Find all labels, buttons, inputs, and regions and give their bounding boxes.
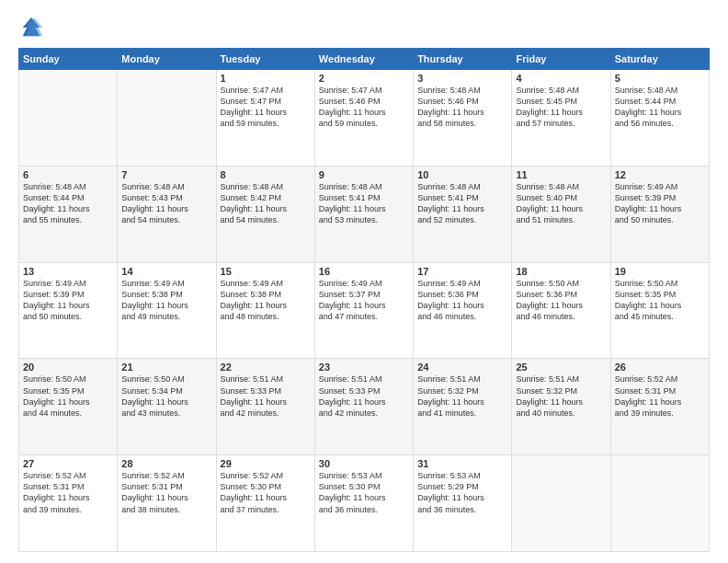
calendar-week-row: 20Sunrise: 5:50 AM Sunset: 5:35 PM Dayli… [19,359,710,455]
day-info: Sunrise: 5:50 AM Sunset: 5:35 PM Dayligh… [23,373,113,419]
day-info: Sunrise: 5:48 AM Sunset: 5:41 PM Dayligh… [319,181,409,226]
day-number: 24 [417,362,507,373]
calendar-cell: 3Sunrise: 5:48 AM Sunset: 5:46 PM Daylig… [414,70,512,167]
day-number: 11 [516,169,606,180]
calendar-cell: 7Sunrise: 5:48 AM Sunset: 5:43 PM Daylig… [118,166,216,262]
header [18,15,710,40]
day-info: Sunrise: 5:50 AM Sunset: 5:34 PM Dayligh… [121,373,211,419]
calendar-cell: 11Sunrise: 5:48 AM Sunset: 5:40 PM Dayli… [512,166,610,262]
calendar-cell: 31Sunrise: 5:53 AM Sunset: 5:29 PM Dayli… [414,455,512,552]
day-number: 5 [615,73,705,84]
calendar-table: SundayMondayTuesdayWednesdayThursdayFrid… [18,48,710,552]
day-number: 2 [319,73,409,84]
day-number: 13 [23,266,113,277]
calendar-week-row: 1Sunrise: 5:47 AM Sunset: 5:47 PM Daylig… [19,70,710,167]
day-number: 22 [221,362,311,373]
day-info: Sunrise: 5:50 AM Sunset: 5:36 PM Dayligh… [516,278,606,323]
calendar-cell: 8Sunrise: 5:48 AM Sunset: 5:42 PM Daylig… [216,166,314,262]
day-number: 25 [516,362,606,373]
day-info: Sunrise: 5:52 AM Sunset: 5:30 PM Dayligh… [221,470,311,515]
calendar-cell: 30Sunrise: 5:53 AM Sunset: 5:30 PM Dayli… [314,455,413,552]
day-number: 7 [121,169,211,180]
calendar-cell: 2Sunrise: 5:47 AM Sunset: 5:46 PM Daylig… [314,70,413,167]
day-number: 8 [221,169,311,180]
calendar-cell [118,70,216,167]
day-info: Sunrise: 5:53 AM Sunset: 5:29 PM Dayligh… [417,470,507,515]
day-info: Sunrise: 5:51 AM Sunset: 5:33 PM Dayligh… [221,373,311,419]
calendar-cell: 4Sunrise: 5:48 AM Sunset: 5:45 PM Daylig… [512,70,610,167]
day-number: 19 [615,266,705,277]
weekday-header-sunday: Sunday [19,49,118,70]
calendar-week-row: 27Sunrise: 5:52 AM Sunset: 5:31 PM Dayli… [19,455,710,552]
calendar-cell: 9Sunrise: 5:48 AM Sunset: 5:41 PM Daylig… [314,166,413,262]
calendar-header-row: SundayMondayTuesdayWednesdayThursdayFrid… [19,49,710,70]
calendar-cell: 26Sunrise: 5:52 AM Sunset: 5:31 PM Dayli… [610,359,709,455]
calendar-cell: 29Sunrise: 5:52 AM Sunset: 5:30 PM Dayli… [216,455,314,552]
day-number: 23 [319,362,409,373]
day-info: Sunrise: 5:48 AM Sunset: 5:44 PM Dayligh… [615,85,705,130]
logo-icon [18,15,44,40]
day-number: 18 [516,266,606,277]
calendar-cell: 20Sunrise: 5:50 AM Sunset: 5:35 PM Dayli… [19,359,118,455]
day-info: Sunrise: 5:49 AM Sunset: 5:37 PM Dayligh… [319,278,409,323]
calendar-cell: 1Sunrise: 5:47 AM Sunset: 5:47 PM Daylig… [216,70,314,167]
day-number: 15 [221,266,311,277]
calendar-cell [610,455,709,552]
day-number: 26 [615,362,705,373]
calendar-cell: 17Sunrise: 5:49 AM Sunset: 5:36 PM Dayli… [414,262,512,359]
day-number: 12 [615,169,705,180]
calendar-week-row: 13Sunrise: 5:49 AM Sunset: 5:39 PM Dayli… [19,262,710,359]
day-info: Sunrise: 5:51 AM Sunset: 5:32 PM Dayligh… [417,373,507,419]
day-number: 6 [23,169,113,180]
day-number: 29 [221,458,311,469]
day-info: Sunrise: 5:48 AM Sunset: 5:46 PM Dayligh… [417,85,507,130]
calendar-cell [512,455,610,552]
calendar-cell: 5Sunrise: 5:48 AM Sunset: 5:44 PM Daylig… [610,70,709,167]
weekday-header-wednesday: Wednesday [314,49,413,70]
day-number: 9 [319,169,409,180]
day-number: 16 [319,266,409,277]
calendar-week-row: 6Sunrise: 5:48 AM Sunset: 5:44 PM Daylig… [19,166,710,262]
calendar-cell: 18Sunrise: 5:50 AM Sunset: 5:36 PM Dayli… [512,262,610,359]
weekday-header-saturday: Saturday [610,49,709,70]
page: SundayMondayTuesdayWednesdayThursdayFrid… [0,0,728,563]
day-number: 4 [516,73,606,84]
weekday-header-tuesday: Tuesday [216,49,314,70]
calendar-cell: 24Sunrise: 5:51 AM Sunset: 5:32 PM Dayli… [414,359,512,455]
day-info: Sunrise: 5:51 AM Sunset: 5:32 PM Dayligh… [516,373,606,419]
weekday-header-monday: Monday [118,49,216,70]
day-info: Sunrise: 5:52 AM Sunset: 5:31 PM Dayligh… [615,373,705,419]
svg-marker-1 [26,17,43,36]
day-number: 27 [23,458,113,469]
calendar-cell: 6Sunrise: 5:48 AM Sunset: 5:44 PM Daylig… [19,166,118,262]
day-info: Sunrise: 5:48 AM Sunset: 5:40 PM Dayligh… [516,181,606,226]
calendar-cell: 10Sunrise: 5:48 AM Sunset: 5:41 PM Dayli… [414,166,512,262]
day-info: Sunrise: 5:47 AM Sunset: 5:46 PM Dayligh… [319,85,409,130]
day-number: 21 [121,362,211,373]
calendar-cell: 16Sunrise: 5:49 AM Sunset: 5:37 PM Dayli… [314,262,413,359]
calendar-cell: 28Sunrise: 5:52 AM Sunset: 5:31 PM Dayli… [118,455,216,552]
day-info: Sunrise: 5:48 AM Sunset: 5:44 PM Dayligh… [23,181,113,226]
day-info: Sunrise: 5:51 AM Sunset: 5:33 PM Dayligh… [319,373,409,419]
weekday-header-friday: Friday [512,49,610,70]
day-info: Sunrise: 5:48 AM Sunset: 5:45 PM Dayligh… [516,85,606,130]
calendar-cell: 14Sunrise: 5:49 AM Sunset: 5:38 PM Dayli… [118,262,216,359]
day-number: 3 [417,73,507,84]
day-number: 10 [417,169,507,180]
day-number: 17 [417,266,507,277]
calendar-cell: 22Sunrise: 5:51 AM Sunset: 5:33 PM Dayli… [216,359,314,455]
day-info: Sunrise: 5:52 AM Sunset: 5:31 PM Dayligh… [23,470,113,515]
day-info: Sunrise: 5:49 AM Sunset: 5:36 PM Dayligh… [417,278,507,323]
calendar-cell: 13Sunrise: 5:49 AM Sunset: 5:39 PM Dayli… [19,262,118,359]
day-info: Sunrise: 5:49 AM Sunset: 5:39 PM Dayligh… [615,181,705,226]
day-info: Sunrise: 5:49 AM Sunset: 5:38 PM Dayligh… [221,278,311,323]
calendar-cell: 12Sunrise: 5:49 AM Sunset: 5:39 PM Dayli… [610,166,709,262]
logo [18,15,48,40]
day-number: 20 [23,362,113,373]
calendar-cell: 21Sunrise: 5:50 AM Sunset: 5:34 PM Dayli… [118,359,216,455]
day-info: Sunrise: 5:47 AM Sunset: 5:47 PM Dayligh… [221,85,311,130]
calendar-cell [19,70,118,167]
day-number: 14 [121,266,211,277]
day-info: Sunrise: 5:48 AM Sunset: 5:42 PM Dayligh… [221,181,311,226]
calendar-cell: 15Sunrise: 5:49 AM Sunset: 5:38 PM Dayli… [216,262,314,359]
